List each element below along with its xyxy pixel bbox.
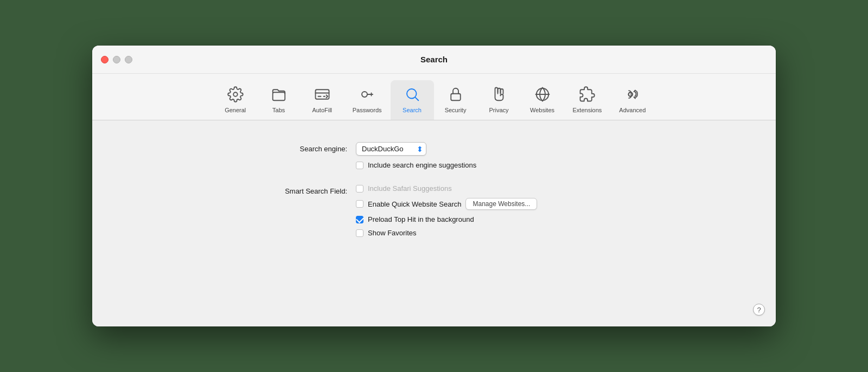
traffic-lights: [101, 56, 132, 63]
toolbar: General Tabs AutoFill: [92, 74, 776, 120]
settings-grid: Search engine: DuckDuckGo Google Yahoo B…: [244, 142, 624, 237]
tab-passwords-label: Passwords: [353, 107, 382, 113]
include-safari-row: Include Safari Suggestions: [356, 184, 537, 193]
tab-search-label: Search: [403, 107, 422, 113]
preload-row: Preload Top Hit in the background: [356, 215, 537, 223]
show-favorites-row: Show Favorites: [356, 229, 537, 237]
tab-general-label: General: [225, 107, 246, 113]
manage-websites-button[interactable]: Manage Websites...: [465, 198, 537, 210]
tab-privacy[interactable]: Privacy: [477, 80, 521, 120]
autofill-icon: [312, 85, 332, 104]
tab-websites[interactable]: Websites: [521, 80, 564, 120]
search-engine-row: DuckDuckGo Google Yahoo Bing Ecosia ⬍: [356, 142, 476, 156]
tab-tabs-label: Tabs: [272, 107, 285, 113]
advanced-icon: [623, 85, 642, 104]
tab-security-label: Security: [445, 107, 467, 113]
maximize-button[interactable]: [125, 56, 132, 63]
puzzle-icon: [577, 85, 597, 104]
include-suggestions-checkbox[interactable]: [356, 162, 363, 169]
include-suggestions-row: Include search engine suggestions: [356, 161, 476, 169]
titlebar: Search: [92, 46, 776, 74]
search-engine-label: Search engine:: [244, 142, 347, 154]
content-area: Search engine: DuckDuckGo Google Yahoo B…: [92, 120, 776, 326]
svg-point-4: [407, 89, 417, 99]
tab-passwords[interactable]: Passwords: [344, 80, 391, 120]
tab-extensions-label: Extensions: [573, 107, 602, 113]
svg-point-3: [362, 92, 367, 97]
gear-icon: [226, 85, 245, 104]
include-safari-checkbox[interactable]: [356, 185, 363, 193]
tab-tabs[interactable]: Tabs: [257, 80, 301, 120]
smart-search-setting: Smart Search Field: Include Safari Sugge…: [244, 184, 624, 237]
smart-search-controls: Include Safari Suggestions Enable Quick …: [356, 184, 537, 237]
tab-advanced[interactable]: Advanced: [610, 80, 654, 120]
search-engine-select[interactable]: DuckDuckGo Google Yahoo Bing Ecosia: [356, 142, 426, 156]
tabs-icon: [269, 85, 289, 104]
smart-search-label: Smart Search Field:: [244, 184, 347, 196]
hand-icon: [489, 85, 509, 104]
tab-advanced-label: Advanced: [619, 107, 646, 113]
svg-point-8: [628, 92, 633, 97]
minimize-button[interactable]: [113, 56, 120, 63]
tab-privacy-label: Privacy: [489, 107, 508, 113]
tab-autofill[interactable]: AutoFill: [301, 80, 344, 120]
show-favorites-label: Show Favorites: [368, 229, 417, 237]
content-wrapper: Search engine: DuckDuckGo Google Yahoo B…: [92, 120, 776, 326]
search-engine-setting: Search engine: DuckDuckGo Google Yahoo B…: [244, 142, 624, 169]
tab-security[interactable]: Security: [434, 80, 477, 120]
enable-quick-checkbox[interactable]: [356, 200, 363, 208]
lock-icon: [446, 85, 465, 104]
show-favorites-checkbox[interactable]: [356, 229, 363, 237]
include-suggestions-label: Include search engine suggestions: [368, 161, 476, 169]
key-icon: [358, 85, 377, 104]
svg-rect-1: [272, 92, 285, 100]
search-icon: [403, 85, 422, 104]
window-title: Search: [420, 55, 448, 64]
preload-checkbox[interactable]: [356, 216, 363, 223]
close-button[interactable]: [101, 56, 108, 63]
svg-rect-5: [451, 94, 461, 101]
tab-general[interactable]: General: [214, 80, 257, 120]
search-engine-select-wrapper: DuckDuckGo Google Yahoo Bing Ecosia ⬍: [356, 142, 426, 156]
enable-quick-row: Enable Quick Website Search Manage Websi…: [356, 198, 537, 210]
preferences-window: Search General Tabs: [92, 46, 776, 326]
search-engine-controls: DuckDuckGo Google Yahoo Bing Ecosia ⬍: [356, 142, 476, 169]
enable-quick-label: Enable Quick Website Search: [368, 200, 461, 208]
help-button[interactable]: ?: [753, 304, 765, 316]
tab-autofill-label: AutoFill: [312, 107, 332, 113]
tab-extensions[interactable]: Extensions: [564, 80, 611, 120]
tab-websites-label: Websites: [530, 107, 554, 113]
include-safari-label: Include Safari Suggestions: [368, 184, 452, 193]
tab-search[interactable]: Search: [391, 80, 434, 120]
svg-point-0: [233, 92, 238, 97]
preload-label: Preload Top Hit in the background: [368, 215, 474, 223]
globe-icon: [533, 85, 552, 104]
